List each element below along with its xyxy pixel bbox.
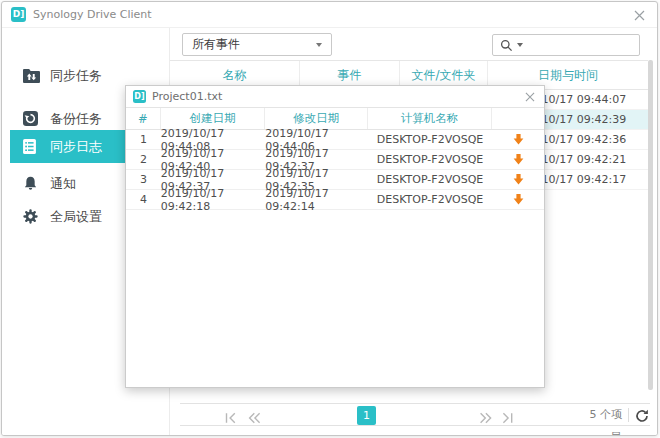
window-close-button[interactable]	[629, 5, 649, 25]
download-button[interactable]	[508, 192, 528, 208]
synology-drive-client-window: D] Synology Drive Client 同步任务	[1, 1, 658, 436]
sync-tasks-icon	[23, 69, 41, 83]
index-cell: 3	[126, 170, 161, 189]
gear-icon	[23, 209, 41, 224]
previous-page-icon	[248, 412, 261, 424]
download-icon	[513, 154, 524, 165]
event-filter-dropdown[interactable]: 所有事件	[182, 33, 332, 56]
download-button[interactable]	[508, 132, 528, 148]
computer-cell: DESKTOP-F2VOSQE	[368, 130, 492, 149]
dialog-table-rows: 1 2019/10/17 09:44:08 2019/10/17 09:44:0…	[126, 130, 544, 210]
last-page-button[interactable]	[501, 409, 514, 428]
last-page-icon	[501, 412, 514, 424]
app-logo-icon: D]	[11, 7, 26, 22]
download-button[interactable]	[508, 172, 528, 188]
page-number-button[interactable]: 1	[357, 406, 376, 425]
items-count: 5 个项目	[580, 404, 622, 436]
download-icon	[513, 134, 524, 145]
index-cell: 1	[126, 130, 161, 149]
sidebar-item-label: 全局设置	[50, 208, 102, 226]
index-cell: 4	[126, 190, 161, 209]
first-page-icon	[224, 412, 237, 424]
computer-cell: DESKTOP-F2VOSQE	[368, 170, 492, 189]
dialog-logo-icon: D]	[133, 90, 146, 103]
sidebar-item-label: 备份任务	[50, 110, 102, 128]
search-options-caret-icon[interactable]	[517, 43, 523, 47]
refresh-icon	[635, 409, 649, 423]
download-icon	[513, 194, 524, 205]
search-box[interactable]	[492, 34, 640, 56]
modified-cell: 2019/10/17 09:42:14	[265, 190, 368, 209]
chevron-down-icon	[316, 43, 322, 47]
computer-cell: DESKTOP-F2VOSQE	[368, 150, 492, 169]
file-versions-dialog: D] Project01.txt # 创建日期 修改日期 计算机名称 1 201…	[125, 85, 545, 388]
column-header-actions	[492, 108, 544, 129]
refresh-button[interactable]	[635, 408, 649, 427]
column-header-computer: 计算机名称	[368, 108, 492, 129]
backup-tasks-icon	[23, 111, 41, 126]
column-header-index: #	[126, 108, 161, 129]
bell-icon	[23, 176, 41, 191]
sync-log-icon	[23, 139, 41, 154]
pagination-bar: 1 5 个项目	[180, 403, 650, 426]
vertical-scrollbar[interactable]	[648, 60, 653, 390]
next-page-icon	[479, 412, 492, 424]
close-icon	[525, 92, 535, 102]
sidebar-item-label: 通知	[50, 175, 76, 193]
first-page-button[interactable]	[224, 409, 237, 428]
dialog-title: Project01.txt	[152, 86, 222, 107]
dialog-titlebar: D] Project01.txt	[126, 86, 544, 107]
index-cell: 2	[126, 150, 161, 169]
computer-cell: DESKTOP-F2VOSQE	[368, 190, 492, 209]
download-icon	[513, 174, 524, 185]
titlebar: D] Synology Drive Client	[2, 2, 657, 28]
close-icon	[634, 10, 645, 21]
sidebar-item-label: 同步任务	[50, 67, 102, 85]
window-title: Synology Drive Client	[33, 2, 152, 28]
download-button[interactable]	[508, 152, 528, 168]
sidebar-item-label: 同步日志	[50, 138, 102, 156]
search-input[interactable]	[528, 36, 639, 54]
next-page-button[interactable]	[479, 409, 492, 428]
previous-page-button[interactable]	[248, 409, 261, 428]
event-filter-value: 所有事件	[192, 37, 240, 51]
created-cell: 2019/10/17 09:42:18	[161, 190, 266, 209]
version-row: 4 2019/10/17 09:42:18 2019/10/17 09:42:1…	[126, 190, 544, 210]
divider	[628, 408, 629, 422]
search-icon	[500, 39, 513, 52]
dialog-close-button[interactable]	[521, 88, 539, 106]
